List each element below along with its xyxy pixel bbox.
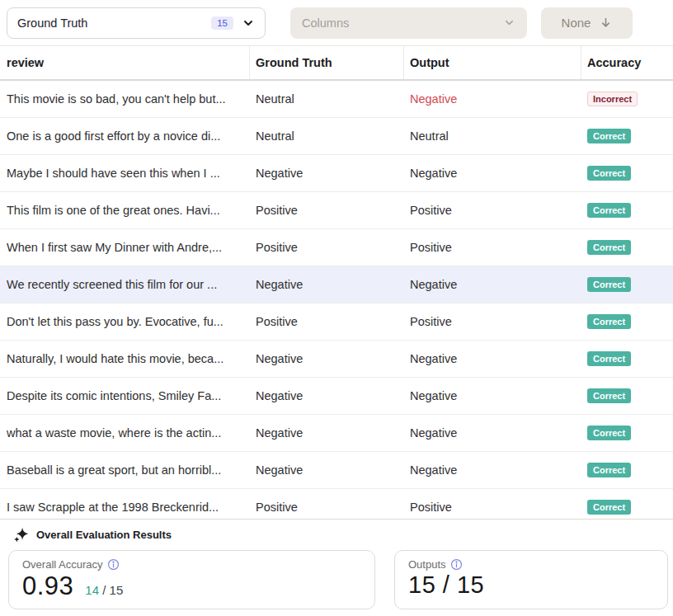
table-row[interactable]: Despite its comic intentions, Smiley Fa.… (0, 378, 673, 415)
accuracy-cell: Correct (581, 388, 673, 403)
ground-truth-cell: Negative (250, 167, 404, 180)
table-row[interactable]: Baseball is a great sport, but an horrib… (0, 452, 673, 489)
accuracy-cell: Correct (581, 500, 673, 515)
ground-truth-cell: Negative (250, 352, 404, 365)
table-row[interactable]: Maybe I should have seen this when I ...… (0, 155, 673, 192)
ground-truth-cell: Positive (250, 241, 404, 254)
evaluation-results-view: Ground Truth 15 Columns None review Grou… (0, 0, 673, 616)
output-cell: Negative (404, 92, 581, 106)
review-cell: I saw Scrapple at the 1998 Breckenrid... (0, 501, 250, 514)
outputs-card: Outputs 15 / 15 (394, 550, 668, 609)
review-cell: Naturally, I would hate this movie, beca… (0, 352, 250, 365)
output-cell: Positive (404, 204, 581, 217)
accuracy-cell: Correct (581, 166, 673, 181)
ground-truth-cell: Positive (250, 204, 404, 217)
accuracy-cell: Correct (581, 463, 673, 477)
output-cell: Negative (404, 167, 581, 180)
output-cell: Negative (404, 463, 581, 477)
overall-results-panel: Overall Evaluation Results Overall Accur… (0, 519, 673, 609)
output-cell: Negative (404, 389, 581, 402)
table-row[interactable]: I saw Scrapple at the 1998 Breckenrid...… (0, 489, 673, 519)
accuracy-status-badge: Correct (587, 463, 631, 477)
review-cell: Maybe I should have seen this when I ... (0, 167, 250, 180)
overall-accuracy-card: Overall Accuracy 0.93 14 / 15 (8, 550, 375, 609)
column-header-review: review (0, 46, 250, 79)
accuracy-cell: Correct (581, 240, 673, 255)
accuracy-status-badge: Correct (587, 426, 631, 440)
sort-none-label: None (562, 16, 591, 30)
outputs-label: Outputs (408, 558, 446, 571)
column-header-output: Output (404, 46, 581, 79)
accuracy-status-badge: Correct (587, 388, 631, 403)
ground-truth-cell: Negative (250, 278, 404, 291)
accuracy-status-badge: Correct (587, 203, 631, 218)
overall-accuracy-value: 0.93 (22, 571, 73, 601)
accuracy-fraction-denominator: / 15 (102, 583, 123, 597)
ground-truth-cell: Positive (250, 501, 404, 514)
accuracy-cell: Correct (581, 203, 673, 218)
output-cell: Positive (404, 501, 581, 514)
chevron-down-icon (242, 16, 255, 30)
accuracy-status-badge: Correct (587, 129, 631, 143)
table-row[interactable]: This movie is so bad, you can't help but… (0, 81, 673, 118)
output-cell: Positive (404, 241, 581, 254)
accuracy-fraction: 14 / 15 (85, 583, 123, 597)
columns-select[interactable]: Columns (290, 7, 527, 39)
ground-truth-cell: Negative (250, 463, 404, 477)
review-cell: Don't let this pass you by. Evocative, f… (0, 315, 250, 328)
accuracy-status-badge: Correct (587, 351, 631, 366)
row-count-badge: 15 (211, 16, 233, 30)
table-row[interactable]: One is a good first effort by a novice d… (0, 118, 673, 155)
review-cell: what a waste movie, where is the actin..… (0, 426, 250, 440)
review-cell: This movie is so bad, you can't help but… (0, 92, 250, 106)
outputs-value: 15 / 15 (408, 571, 484, 599)
accuracy-cell: Correct (581, 129, 673, 143)
output-cell: Negative (404, 426, 581, 440)
table-row[interactable]: We recently screened this film for our .… (0, 266, 673, 303)
accuracy-cell: Incorrect (581, 92, 673, 106)
accuracy-fraction-numerator: 14 (85, 583, 99, 597)
table-row[interactable]: When I first saw My Dinner with Andre,..… (0, 229, 673, 266)
sparkles-icon (13, 527, 29, 543)
ground-truth-cell: Negative (250, 426, 404, 440)
ground-truth-cell: Positive (250, 315, 404, 328)
table-row[interactable]: Naturally, I would hate this movie, beca… (0, 341, 673, 378)
accuracy-cell: Correct (581, 277, 673, 292)
accuracy-cell: Correct (581, 351, 673, 366)
sort-none-button[interactable]: None (541, 7, 633, 39)
review-cell: We recently screened this film for our .… (0, 278, 250, 291)
accuracy-status-badge: Correct (587, 240, 631, 255)
accuracy-status-badge: Correct (587, 166, 631, 181)
table-body: This movie is so bad, you can't help but… (0, 81, 673, 519)
output-cell: Neutral (404, 129, 581, 143)
info-icon[interactable] (107, 558, 120, 571)
ground-truth-cell: Neutral (250, 92, 404, 106)
accuracy-status-badge: Correct (587, 314, 631, 329)
review-cell: Baseball is a great sport, but an horrib… (0, 463, 250, 477)
ground-truth-cell: Negative (250, 389, 404, 402)
table-row[interactable]: Don't let this pass you by. Evocative, f… (0, 303, 673, 341)
accuracy-cell: Correct (581, 314, 673, 329)
columns-select-label: Columns (302, 16, 503, 30)
toolbar: Ground Truth 15 Columns None (0, 0, 673, 46)
review-cell: This film is one of the great ones. Havi… (0, 204, 250, 217)
info-icon[interactable] (450, 558, 463, 571)
chevron-down-icon (503, 16, 515, 29)
metric-cards: Overall Accuracy 0.93 14 / 15 Outputs (0, 549, 673, 609)
accuracy-status-badge: Correct (587, 277, 631, 292)
table-row[interactable]: This film is one of the great ones. Havi… (0, 192, 673, 229)
output-cell: Positive (404, 315, 581, 328)
review-cell: One is a good first effort by a novice d… (0, 129, 250, 143)
review-cell: When I first saw My Dinner with Andre,..… (0, 241, 250, 254)
ground-truth-filter-label: Ground Truth (17, 16, 211, 30)
output-cell: Negative (404, 278, 581, 291)
review-cell: Despite its comic intentions, Smiley Fa.… (0, 389, 250, 402)
table-header: review Ground Truth Output Accuracy (0, 46, 673, 81)
table-row[interactable]: what a waste movie, where is the actin..… (0, 415, 673, 452)
ground-truth-filter-select[interactable]: Ground Truth 15 (7, 7, 266, 39)
accuracy-status-badge: Incorrect (587, 92, 638, 106)
column-header-ground-truth: Ground Truth (250, 46, 404, 79)
arrow-down-icon (600, 16, 612, 29)
output-cell: Negative (404, 352, 581, 365)
column-header-accuracy: Accuracy (581, 46, 673, 79)
